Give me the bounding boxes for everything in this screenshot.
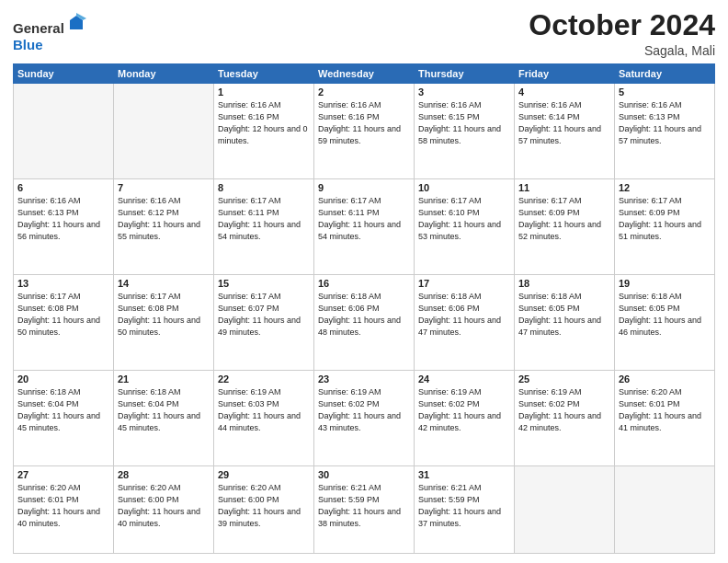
day-info: Sunrise: 6:18 AMSunset: 6:04 PMDaylight:… xyxy=(118,386,210,434)
day-number: 17 xyxy=(418,278,510,289)
calendar-day-cell: 30Sunrise: 6:21 AMSunset: 5:59 PMDayligh… xyxy=(314,465,415,553)
day-info: Sunrise: 6:17 AMSunset: 6:10 PMDaylight:… xyxy=(418,195,510,243)
day-info: Sunrise: 6:17 AMSunset: 6:09 PMDaylight:… xyxy=(619,195,711,243)
day-number: 24 xyxy=(418,373,510,385)
day-info: Sunrise: 6:20 AMSunset: 6:00 PMDaylight:… xyxy=(118,482,210,530)
calendar-day-cell: 24Sunrise: 6:19 AMSunset: 6:02 PMDayligh… xyxy=(415,370,515,465)
day-info: Sunrise: 6:20 AMSunset: 6:01 PMDaylight:… xyxy=(619,386,711,434)
day-info: Sunrise: 6:18 AMSunset: 6:05 PMDaylight:… xyxy=(619,291,711,339)
calendar-week-row: 27Sunrise: 6:20 AMSunset: 6:01 PMDayligh… xyxy=(14,465,715,553)
calendar-day-cell: 7Sunrise: 6:16 AMSunset: 6:12 PMDaylight… xyxy=(114,179,214,275)
day-number: 4 xyxy=(518,86,610,98)
day-info: Sunrise: 6:17 AMSunset: 6:09 PMDaylight:… xyxy=(518,195,610,243)
weekday-header-saturday: Saturday xyxy=(615,64,715,84)
day-info: Sunrise: 6:16 AMSunset: 6:15 PMDaylight:… xyxy=(418,99,510,147)
calendar-day-cell: 31Sunrise: 6:21 AMSunset: 5:59 PMDayligh… xyxy=(415,465,515,553)
calendar-week-row: 1Sunrise: 6:16 AMSunset: 6:16 PMDaylight… xyxy=(14,84,715,179)
day-info: Sunrise: 6:19 AMSunset: 6:03 PMDaylight:… xyxy=(218,386,310,434)
calendar-week-row: 6Sunrise: 6:16 AMSunset: 6:13 PMDaylight… xyxy=(14,179,715,275)
calendar-day-cell: 28Sunrise: 6:20 AMSunset: 6:00 PMDayligh… xyxy=(114,465,214,553)
day-number: 22 xyxy=(218,373,310,385)
day-number: 1 xyxy=(218,86,310,98)
day-number: 31 xyxy=(418,469,510,480)
calendar-day-cell: 19Sunrise: 6:18 AMSunset: 6:05 PMDayligh… xyxy=(615,275,715,371)
calendar-day-cell: 26Sunrise: 6:20 AMSunset: 6:01 PMDayligh… xyxy=(615,370,715,465)
day-info: Sunrise: 6:17 AMSunset: 6:08 PMDaylight:… xyxy=(17,291,109,339)
day-number: 25 xyxy=(518,373,610,385)
day-number: 14 xyxy=(118,278,210,289)
weekday-header-wednesday: Wednesday xyxy=(314,64,415,84)
weekday-header-sunday: Sunday xyxy=(14,64,114,84)
day-number: 28 xyxy=(118,469,210,480)
day-info: Sunrise: 6:16 AMSunset: 6:12 PMDaylight:… xyxy=(118,195,210,243)
calendar-day-cell: 17Sunrise: 6:18 AMSunset: 6:06 PMDayligh… xyxy=(415,275,515,371)
day-number: 9 xyxy=(318,182,410,193)
logo-blue-text: Blue xyxy=(13,37,43,52)
day-number: 11 xyxy=(518,182,610,193)
day-number: 6 xyxy=(17,182,109,193)
day-info: Sunrise: 6:20 AMSunset: 6:00 PMDaylight:… xyxy=(218,482,310,530)
calendar-day-cell: 2Sunrise: 6:16 AMSunset: 6:16 PMDaylight… xyxy=(314,84,415,179)
day-info: Sunrise: 6:18 AMSunset: 6:05 PMDaylight:… xyxy=(518,291,610,339)
day-info: Sunrise: 6:17 AMSunset: 6:08 PMDaylight:… xyxy=(118,291,210,339)
day-number: 16 xyxy=(318,278,410,289)
day-info: Sunrise: 6:16 AMSunset: 6:13 PMDaylight:… xyxy=(619,99,711,147)
day-number: 5 xyxy=(619,86,711,98)
day-info: Sunrise: 6:16 AMSunset: 6:14 PMDaylight:… xyxy=(518,99,610,147)
day-number: 3 xyxy=(418,86,510,98)
day-info: Sunrise: 6:19 AMSunset: 6:02 PMDaylight:… xyxy=(418,386,510,434)
calendar-day-cell: 18Sunrise: 6:18 AMSunset: 6:05 PMDayligh… xyxy=(515,275,615,371)
calendar-day-cell: 29Sunrise: 6:20 AMSunset: 6:00 PMDayligh… xyxy=(214,465,314,553)
day-number: 10 xyxy=(418,182,510,193)
day-info: Sunrise: 6:16 AMSunset: 6:16 PMDaylight:… xyxy=(318,99,410,147)
calendar-day-cell xyxy=(14,84,114,179)
calendar-day-cell xyxy=(615,465,715,553)
calendar-day-cell: 1Sunrise: 6:16 AMSunset: 6:16 PMDaylight… xyxy=(214,84,314,179)
day-number: 12 xyxy=(619,182,711,193)
calendar-day-cell: 10Sunrise: 6:17 AMSunset: 6:10 PMDayligh… xyxy=(415,179,515,275)
day-number: 8 xyxy=(218,182,310,193)
location-title: Sagala, Mali xyxy=(529,43,715,58)
day-info: Sunrise: 6:19 AMSunset: 6:02 PMDaylight:… xyxy=(318,386,410,434)
header: General Blue October 2024 Sagala, Mali xyxy=(13,9,715,58)
weekday-header-monday: Monday xyxy=(114,64,214,84)
day-number: 7 xyxy=(118,182,210,193)
day-info: Sunrise: 6:16 AMSunset: 6:13 PMDaylight:… xyxy=(17,195,109,243)
day-number: 29 xyxy=(218,469,310,480)
day-info: Sunrise: 6:17 AMSunset: 6:11 PMDaylight:… xyxy=(218,195,310,243)
day-number: 2 xyxy=(318,86,410,98)
calendar-day-cell: 9Sunrise: 6:17 AMSunset: 6:11 PMDaylight… xyxy=(314,179,415,275)
day-info: Sunrise: 6:20 AMSunset: 6:01 PMDaylight:… xyxy=(17,482,109,530)
day-info: Sunrise: 6:17 AMSunset: 6:07 PMDaylight:… xyxy=(218,291,310,339)
calendar-week-row: 20Sunrise: 6:18 AMSunset: 6:04 PMDayligh… xyxy=(14,370,715,465)
weekday-header-thursday: Thursday xyxy=(415,64,515,84)
day-number: 30 xyxy=(318,469,410,480)
calendar-day-cell: 6Sunrise: 6:16 AMSunset: 6:13 PMDaylight… xyxy=(14,179,114,275)
day-info: Sunrise: 6:18 AMSunset: 6:06 PMDaylight:… xyxy=(418,291,510,339)
calendar-day-cell: 5Sunrise: 6:16 AMSunset: 6:13 PMDaylight… xyxy=(615,84,715,179)
calendar-week-row: 13Sunrise: 6:17 AMSunset: 6:08 PMDayligh… xyxy=(14,275,715,371)
day-number: 21 xyxy=(118,373,210,385)
calendar-day-cell: 12Sunrise: 6:17 AMSunset: 6:09 PMDayligh… xyxy=(615,179,715,275)
title-block: October 2024 Sagala, Mali xyxy=(529,9,715,58)
day-number: 23 xyxy=(318,373,410,385)
day-number: 26 xyxy=(619,373,711,385)
calendar-day-cell: 14Sunrise: 6:17 AMSunset: 6:08 PMDayligh… xyxy=(114,275,214,371)
day-number: 15 xyxy=(218,278,310,289)
day-number: 13 xyxy=(17,278,109,289)
calendar-day-cell: 21Sunrise: 6:18 AMSunset: 6:04 PMDayligh… xyxy=(114,370,214,465)
day-info: Sunrise: 6:17 AMSunset: 6:11 PMDaylight:… xyxy=(318,195,410,243)
weekday-header-friday: Friday xyxy=(515,64,615,84)
calendar-day-cell xyxy=(114,84,214,179)
calendar-day-cell: 11Sunrise: 6:17 AMSunset: 6:09 PMDayligh… xyxy=(515,179,615,275)
day-number: 19 xyxy=(619,278,711,289)
day-info: Sunrise: 6:21 AMSunset: 5:59 PMDaylight:… xyxy=(418,482,510,530)
page: General Blue October 2024 Sagala, Mali S… xyxy=(0,0,728,563)
calendar-day-cell: 13Sunrise: 6:17 AMSunset: 6:08 PMDayligh… xyxy=(14,275,114,371)
calendar-day-cell: 22Sunrise: 6:19 AMSunset: 6:03 PMDayligh… xyxy=(214,370,314,465)
day-number: 27 xyxy=(17,469,109,480)
day-number: 18 xyxy=(518,278,610,289)
calendar-day-cell: 23Sunrise: 6:19 AMSunset: 6:02 PMDayligh… xyxy=(314,370,415,465)
calendar-table: SundayMondayTuesdayWednesdayThursdayFrid… xyxy=(13,63,715,554)
calendar-day-cell: 4Sunrise: 6:16 AMSunset: 6:14 PMDaylight… xyxy=(515,84,615,179)
